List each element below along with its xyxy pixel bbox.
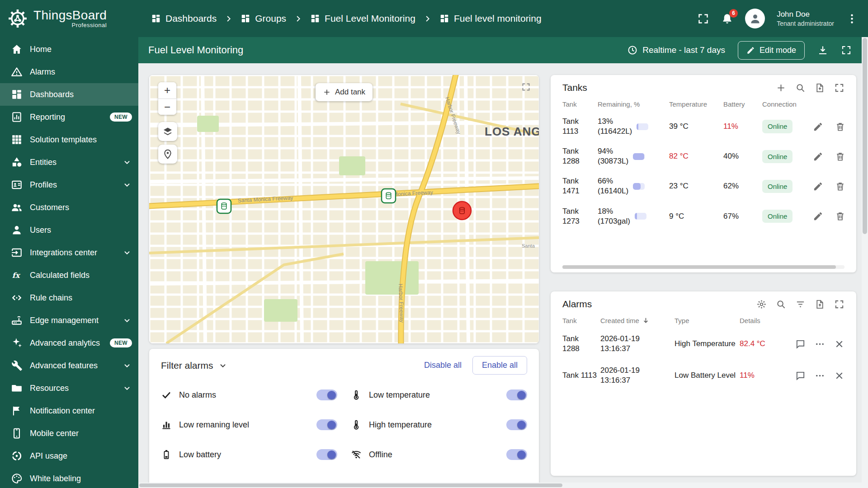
alarm-row[interactable]: Tank 1288 2026-01-19 13:16:37 High Tempe… — [562, 328, 844, 360]
alarm-more-button[interactable] — [815, 339, 825, 349]
export-button[interactable] — [815, 299, 825, 310]
fullscreen-button[interactable] — [697, 13, 709, 25]
map-location-button[interactable] — [158, 145, 177, 164]
chevron-down-icon — [122, 180, 132, 190]
enable-all-button[interactable]: Enable all — [472, 356, 527, 375]
sidebar-item-solution-templates[interactable]: Solution templates — [0, 128, 138, 151]
column-created-time[interactable]: Created time — [600, 317, 671, 324]
page-horizontal-scrollbar[interactable] — [138, 483, 868, 488]
thingsboard-logo[interactable]: ThingsBoard Professional — [7, 8, 138, 29]
low-temperature-toggle[interactable] — [506, 389, 527, 400]
low-battery-toggle[interactable] — [316, 449, 337, 460]
page-vertical-scrollbar[interactable] — [862, 37, 868, 483]
vertical-scrollbar-thumb[interactable] — [863, 38, 867, 234]
column-tank[interactable]: Tank — [562, 100, 594, 108]
notifications-button[interactable]: 6 — [721, 13, 733, 25]
sidebar-item-customers[interactable]: Customers — [0, 196, 138, 219]
sidebar-item-rule-chains[interactable]: Rule chains — [0, 286, 138, 309]
breadcrumb-dashboards[interactable]: Dashboards — [151, 13, 217, 24]
search-button[interactable] — [795, 83, 806, 93]
sidebar-item-alarms[interactable]: Alarms — [0, 61, 138, 83]
disable-all-button[interactable]: Disable all — [418, 357, 468, 374]
profiles-icon — [11, 179, 23, 191]
sidebar-item-white-labeling[interactable]: White labeling — [0, 467, 138, 488]
tank-marker-2[interactable] — [382, 189, 396, 203]
header-menu-button[interactable] — [846, 13, 858, 25]
sidebar-item-edge-management[interactable]: Edge management — [0, 309, 138, 332]
zoom-in-button[interactable]: + — [158, 82, 176, 99]
delete-tank-button[interactable] — [835, 151, 845, 162]
alarm-more-button[interactable] — [815, 371, 825, 381]
search-button[interactable] — [776, 299, 786, 310]
edit-tank-button[interactable] — [813, 122, 823, 132]
delete-tank-button[interactable] — [835, 122, 845, 132]
delete-tank-button[interactable] — [835, 181, 845, 192]
delete-tank-button[interactable] — [835, 211, 845, 221]
sidebar-item-label: API usage — [30, 451, 132, 461]
tank-row[interactable]: Tank 1471 66%(16140L) 23 °C 62% Online — [562, 171, 844, 201]
alarm-comment-button[interactable] — [795, 339, 806, 349]
sidebar-item-mobile-center[interactable]: Mobile center — [0, 422, 138, 445]
add-tank-entity-button[interactable] — [776, 83, 786, 93]
filter-alarms-expander[interactable]: Filter alarms — [161, 360, 228, 371]
sidebar-item-advanced-features[interactable]: Advanced features — [0, 354, 138, 377]
edit-mode-button[interactable]: Edit mode — [738, 41, 805, 60]
edit-tank-button[interactable] — [813, 211, 823, 221]
time-window-button[interactable]: Realtime - last 7 days — [627, 45, 725, 56]
column-details[interactable]: Details — [740, 317, 783, 324]
sidebar-item-advanced-analytics[interactable]: Advanced analytics NEW — [0, 332, 138, 354]
column-connection[interactable]: Connection — [762, 100, 809, 108]
sidebar-item-resources[interactable]: Resources — [0, 377, 138, 399]
widget-fullscreen-button[interactable] — [834, 299, 844, 310]
sidebar-item-home[interactable]: Home — [0, 38, 138, 61]
sidebar-item-reporting[interactable]: Reporting NEW — [0, 106, 138, 128]
sidebar-item-users[interactable]: Users — [0, 219, 138, 241]
horizontal-scrollbar-thumb[interactable] — [139, 483, 562, 487]
sidebar-item-profiles[interactable]: Profiles — [0, 174, 138, 196]
sidebar-item-calculated-fields[interactable]: Calculated fields — [0, 264, 138, 286]
sidebar-item-entities[interactable]: Entities — [0, 151, 138, 174]
dashboards-group-icon — [310, 14, 320, 23]
column-temperature[interactable]: Temperature — [669, 100, 720, 108]
toolbar-fullscreen-button[interactable] — [841, 45, 852, 56]
alarm-clear-button[interactable] — [834, 371, 844, 381]
alarm-clear-button[interactable] — [834, 339, 844, 349]
sidebar-item-integrations-center[interactable]: Integrations center — [0, 241, 138, 264]
breadcrumb-current-dashboard[interactable]: Fuel level monitoring — [439, 13, 542, 24]
low-remaining-level-toggle[interactable] — [316, 419, 337, 430]
map-fullscreen-button[interactable] — [521, 82, 531, 92]
column-tank[interactable]: Tank — [562, 317, 597, 324]
download-button[interactable] — [817, 45, 828, 56]
column-battery[interactable]: Battery — [723, 100, 759, 108]
sidebar-item-dashboards[interactable]: Dashboards — [0, 83, 138, 106]
chevron-down-icon — [122, 157, 132, 167]
add-tank-button[interactable]: Add tank — [316, 83, 373, 101]
breadcrumb-dashboard-group[interactable]: Fuel Level Monitoring — [310, 13, 415, 24]
alarm-tank-marker[interactable] — [453, 202, 471, 220]
export-button[interactable] — [815, 83, 825, 93]
avatar[interactable] — [745, 9, 765, 28]
breadcrumb-groups[interactable]: Groups — [241, 13, 286, 24]
filter-button[interactable] — [795, 299, 806, 310]
column-remaining[interactable]: Remaining, % — [598, 100, 665, 108]
offline-toggle[interactable] — [506, 449, 527, 460]
settings-button[interactable] — [756, 299, 767, 310]
alarm-comment-button[interactable] — [795, 371, 806, 381]
alarm-row[interactable]: Tank 1113 2026-01-19 13:16:37 Low Batter… — [562, 360, 844, 391]
tanks-horizontal-scrollbar[interactable] — [562, 265, 844, 269]
los-angeles-map[interactable]: LOS ANG Santa Monica Freeway Monica Free… — [149, 75, 539, 343]
tank-marker-1[interactable] — [217, 199, 231, 213]
tank-row[interactable]: Tank 1273 18%(1703gal) 9 °C 67% Online — [562, 202, 844, 231]
edit-tank-button[interactable] — [813, 181, 823, 192]
map-layers-button[interactable] — [158, 122, 177, 141]
zoom-out-button[interactable]: − — [158, 99, 176, 115]
tank-row[interactable]: Tank 1288 94%(30873L) 82 °C 40% Online — [562, 141, 844, 171]
column-type[interactable]: Type — [675, 317, 736, 324]
high-temperature-toggle[interactable] — [506, 419, 527, 430]
tank-row[interactable]: Tank 1113 13%(116422L) 39 °C 11% Online — [562, 112, 844, 141]
no-alarms-toggle[interactable] — [316, 389, 337, 400]
sidebar-item-api-usage[interactable]: API usage — [0, 445, 138, 467]
edit-tank-button[interactable] — [813, 151, 823, 162]
widget-fullscreen-button[interactable] — [834, 83, 844, 93]
sidebar-item-notification-center[interactable]: Notification center — [0, 399, 138, 422]
